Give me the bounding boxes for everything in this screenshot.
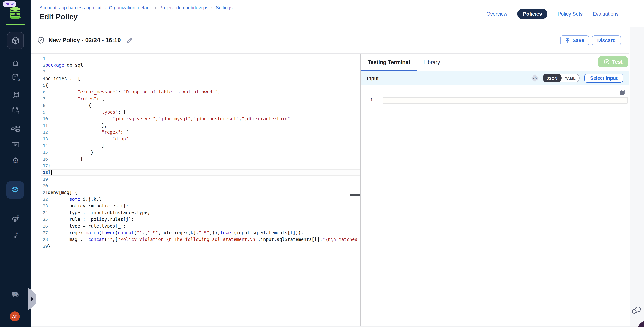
tab-library[interactable]: Library — [417, 54, 447, 71]
input-editor[interactable]: 1 — [361, 85, 630, 326]
code-text: policies := [ — [45, 76, 80, 81]
save-button-label: Save — [572, 38, 584, 43]
format-toggle[interactable]: JSON YAML — [543, 74, 580, 82]
tab-overview[interactable]: Overview — [486, 11, 508, 17]
line-number: 10 — [43, 117, 48, 121]
sidebar-divider — [0, 266, 31, 266]
code-line-12[interactable]: 12 "regex": [ — [31, 129, 360, 136]
code-line-15[interactable]: 15 } — [31, 149, 360, 156]
breadcrumb: Account: app-harness-ng-cicd › Organizat… — [40, 5, 232, 10]
select-input-button[interactable]: Select Input — [584, 73, 623, 82]
code-line-24[interactable]: 24 type := input.dbInstance.type; — [31, 209, 360, 216]
code-line-6[interactable]: 6 "error_message": "Dropping of table is… — [31, 89, 360, 95]
code-text: } — [48, 163, 50, 168]
avatar[interactable]: AT — [10, 311, 20, 322]
breadcrumb-separator: › — [104, 5, 106, 10]
network-gear-icon[interactable]: ⚙ — [0, 229, 31, 241]
home-icon[interactable] — [0, 57, 31, 70]
code-line-8[interactable]: 8 { — [31, 102, 360, 109]
tab-testing-terminal[interactable]: Testing Terminal — [361, 54, 417, 71]
settings-gear-icon-active[interactable]: ⚙ — [6, 181, 24, 199]
code-line-29[interactable]: 29} — [31, 243, 360, 250]
code-editor[interactable]: 12package db_sql34policies := [5{6 "erro… — [31, 54, 360, 326]
code-line-1[interactable]: 1 — [31, 55, 360, 62]
gear-icon[interactable]: ⚙ — [0, 154, 31, 167]
database-stack-icon[interactable] — [0, 89, 31, 101]
tab-policies[interactable]: Policies — [518, 9, 548, 19]
executions-play-icon[interactable] — [0, 139, 31, 151]
logo-underline — [6, 24, 24, 25]
code-text: ], — [48, 123, 107, 128]
sidebar-divider — [5, 203, 26, 203]
database-grid-icon[interactable] — [0, 104, 31, 117]
policy-nav-tabs: Overview Policies Policy Sets Evaluation… — [486, 9, 619, 19]
code-line-5[interactable]: 5{ — [31, 82, 360, 89]
code-line-4[interactable]: 4policies := [ — [31, 75, 360, 82]
copy-icon[interactable] — [620, 89, 626, 96]
breadcrumb-project[interactable]: Project: demodbdevops — [159, 5, 208, 10]
code-line-11[interactable]: 11 ], — [31, 122, 360, 129]
help-chat-icon[interactable]: ? — [0, 289, 31, 301]
testing-panel: Testing Terminal Library Test Input </> — [361, 54, 630, 326]
code-editor-lines: 12package db_sql34policies := [5{6 "erro… — [31, 55, 360, 250]
tab-evaluations[interactable]: Evaluations — [592, 11, 619, 17]
policy-name: New Policy - 02/24 - 16:19 — [48, 37, 121, 43]
code-line-20[interactable]: 20 — [31, 183, 360, 189]
code-line-26[interactable]: 26 type = rule.types[_]; — [31, 223, 360, 229]
code-line-28[interactable]: 28 msg := concat("",["Policy violation:\… — [31, 236, 360, 243]
code-line-9[interactable]: 9 "types": [ — [31, 109, 360, 115]
code-line-19[interactable]: 19 — [31, 176, 360, 183]
code-line-27[interactable]: 27 regex.match(lower(concat("",[".*",rul… — [31, 229, 360, 236]
code-line-23[interactable]: 23 policy := policies[i]; — [31, 203, 360, 209]
line-number: 19 — [43, 177, 48, 182]
edit-pencil-icon[interactable] — [126, 37, 132, 43]
cube-icon — [11, 36, 20, 45]
shield-check-icon — [37, 36, 44, 44]
new-badge: NEW — [3, 1, 16, 7]
code-text: "drop" — [48, 136, 129, 142]
line-number: 18 — [43, 170, 48, 175]
toggle-yaml[interactable]: YAML — [561, 74, 579, 82]
input-active-line[interactable] — [382, 97, 628, 103]
toggle-json[interactable]: JSON — [543, 74, 562, 82]
code-text: { — [45, 83, 48, 88]
tab-policy-sets[interactable]: Policy Sets — [558, 11, 583, 17]
code-line-17[interactable]: 17} — [31, 162, 360, 169]
discard-button-label: Discard — [597, 38, 616, 43]
module-cube-button[interactable] — [7, 32, 24, 49]
code-line-22[interactable]: 22 some i,j,k,l — [31, 196, 360, 203]
line-number: 28 — [43, 237, 48, 242]
database-gear-icon[interactable]: ⚙ — [0, 71, 31, 84]
code-line-18[interactable]: 18] — [31, 169, 360, 176]
code-line-25[interactable]: 25 rule := policy.rules[j]; — [31, 216, 360, 223]
code-line-7[interactable]: 7 "rules": [ — [31, 95, 360, 102]
tab-testing-terminal-label: Testing Terminal — [368, 59, 410, 65]
layers-gear-icon[interactable]: ⚙ — [0, 213, 31, 225]
code-line-3[interactable]: 3 — [31, 68, 360, 75]
code-line-14[interactable]: 14 ] — [31, 142, 360, 149]
policy-card-header: New Policy - 02/24 - 16:19 Save Discard — [31, 27, 629, 54]
breadcrumb-organization[interactable]: Organization: default — [109, 5, 152, 10]
save-button[interactable]: Save — [560, 35, 590, 45]
line-number: 13 — [43, 137, 48, 142]
code-line-21[interactable]: 21deny[msg] { — [31, 189, 360, 196]
test-button[interactable]: Test — [598, 56, 628, 67]
pipeline-tree-icon[interactable] — [0, 123, 31, 135]
input-editor-line[interactable]: 1 — [361, 97, 630, 103]
breadcrumb-account[interactable]: Account: app-harness-ng-cicd — [40, 5, 101, 10]
support-chat-icon[interactable] — [631, 306, 642, 315]
play-circle-icon — [604, 59, 610, 65]
line-number: 16 — [43, 157, 48, 162]
line-number: 14 — [43, 143, 48, 148]
code-line-10[interactable]: 10 "jdbc:sqlserver","jdbc:mysql","jdbc:p… — [31, 115, 360, 122]
test-button-label: Test — [612, 59, 622, 65]
breadcrumb-settings[interactable]: Settings — [216, 5, 232, 10]
breadcrumb-separator: › — [211, 5, 213, 10]
code-line-13[interactable]: 13 "drop" — [31, 136, 360, 142]
line-number: 24 — [43, 210, 48, 215]
discard-button[interactable]: Discard — [592, 35, 621, 45]
database-devops-logo[interactable]: ∞ — [8, 6, 22, 20]
code-line-16[interactable]: 16 ] — [31, 156, 360, 162]
code-line-2[interactable]: 2package db_sql — [31, 62, 360, 68]
input-label: Input — [367, 75, 378, 81]
